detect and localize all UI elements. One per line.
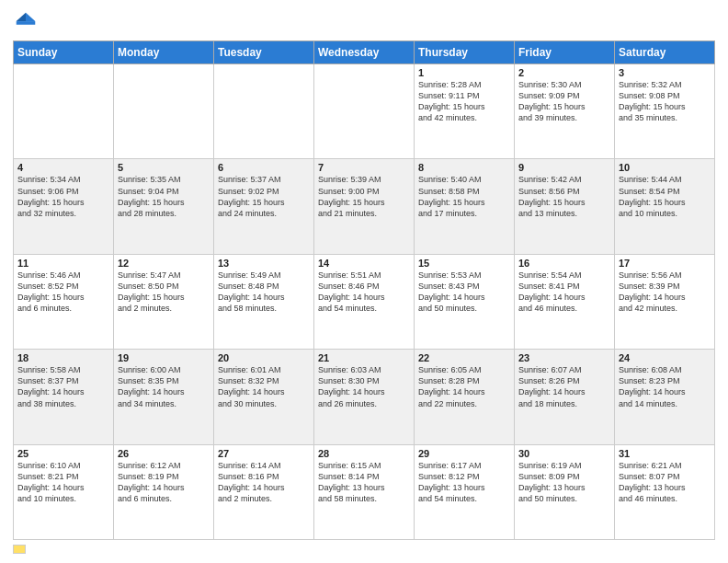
calendar-cell: 5Sunrise: 5:35 AM Sunset: 9:04 PM Daylig… (114, 159, 214, 254)
calendar-cell: 13Sunrise: 5:49 AM Sunset: 8:48 PM Dayli… (214, 254, 314, 349)
day-detail: Sunrise: 5:49 AM Sunset: 8:48 PM Dayligh… (218, 270, 310, 315)
calendar-cell: 9Sunrise: 5:42 AM Sunset: 8:56 PM Daylig… (515, 159, 615, 254)
day-detail: Sunrise: 5:51 AM Sunset: 8:46 PM Dayligh… (318, 270, 410, 315)
day-number: 8 (418, 162, 510, 173)
day-number: 11 (17, 258, 109, 269)
calendar-day-header: Wednesday (314, 41, 415, 64)
svg-marker-1 (17, 13, 26, 21)
day-number: 12 (118, 258, 210, 269)
day-detail: Sunrise: 6:07 AM Sunset: 8:26 PM Dayligh… (518, 364, 610, 409)
day-number: 24 (619, 352, 711, 363)
calendar-week-row: 18Sunrise: 5:58 AM Sunset: 8:37 PM Dayli… (14, 350, 715, 444)
svg-rect-2 (17, 21, 36, 25)
day-number: 25 (17, 448, 109, 459)
calendar-week-row: 1Sunrise: 5:28 AM Sunset: 9:11 PM Daylig… (14, 64, 715, 159)
calendar-header-row: SundayMondayTuesdayWednesdayThursdayFrid… (14, 41, 715, 64)
calendar-cell: 25Sunrise: 6:10 AM Sunset: 8:21 PM Dayli… (14, 444, 114, 539)
calendar-cell (14, 64, 114, 159)
calendar-cell: 19Sunrise: 6:00 AM Sunset: 8:35 PM Dayli… (114, 350, 214, 444)
day-detail: Sunrise: 6:19 AM Sunset: 8:09 PM Dayligh… (518, 460, 610, 505)
legend (13, 545, 715, 554)
day-number: 4 (17, 162, 109, 173)
day-detail: Sunrise: 6:12 AM Sunset: 8:19 PM Dayligh… (118, 460, 210, 505)
logo (13, 9, 40, 35)
day-detail: Sunrise: 5:54 AM Sunset: 8:41 PM Dayligh… (518, 270, 610, 315)
calendar-table: SundayMondayTuesdayWednesdayThursdayFrid… (13, 40, 715, 540)
day-detail: Sunrise: 6:10 AM Sunset: 8:21 PM Dayligh… (17, 460, 109, 505)
day-number: 27 (218, 448, 310, 459)
calendar-day-header: Tuesday (214, 41, 314, 64)
day-number: 30 (518, 448, 610, 459)
calendar-cell: 4Sunrise: 5:34 AM Sunset: 9:06 PM Daylig… (14, 159, 114, 254)
day-detail: Sunrise: 5:46 AM Sunset: 8:52 PM Dayligh… (17, 270, 109, 315)
calendar-week-row: 25Sunrise: 6:10 AM Sunset: 8:21 PM Dayli… (14, 444, 715, 539)
day-number: 1 (418, 67, 510, 78)
day-number: 20 (218, 352, 310, 363)
day-detail: Sunrise: 5:56 AM Sunset: 8:39 PM Dayligh… (619, 270, 711, 315)
calendar-cell: 7Sunrise: 5:39 AM Sunset: 9:00 PM Daylig… (314, 159, 415, 254)
calendar-cell: 20Sunrise: 6:01 AM Sunset: 8:32 PM Dayli… (214, 350, 314, 444)
calendar-cell: 14Sunrise: 5:51 AM Sunset: 8:46 PM Dayli… (314, 254, 415, 349)
day-detail: Sunrise: 5:35 AM Sunset: 9:04 PM Dayligh… (118, 174, 210, 219)
day-number: 6 (218, 162, 310, 173)
day-detail: Sunrise: 5:44 AM Sunset: 8:54 PM Dayligh… (619, 174, 711, 219)
day-detail: Sunrise: 5:32 AM Sunset: 9:08 PM Dayligh… (619, 79, 711, 124)
calendar-cell: 3Sunrise: 5:32 AM Sunset: 9:08 PM Daylig… (615, 64, 715, 159)
calendar-cell: 23Sunrise: 6:07 AM Sunset: 8:26 PM Dayli… (515, 350, 615, 444)
header (13, 9, 715, 35)
calendar-cell: 15Sunrise: 5:53 AM Sunset: 8:43 PM Dayli… (415, 254, 515, 349)
day-number: 9 (518, 162, 610, 173)
calendar-cell: 27Sunrise: 6:14 AM Sunset: 8:16 PM Dayli… (214, 444, 314, 539)
day-number: 7 (318, 162, 410, 173)
day-detail: Sunrise: 6:21 AM Sunset: 8:07 PM Dayligh… (619, 460, 711, 505)
calendar-cell: 10Sunrise: 5:44 AM Sunset: 8:54 PM Dayli… (615, 159, 715, 254)
page-container: SundayMondayTuesdayWednesdayThursdayFrid… (0, 0, 728, 563)
calendar-day-header: Sunday (14, 41, 114, 64)
legend-color-box (13, 545, 26, 554)
calendar-cell: 26Sunrise: 6:12 AM Sunset: 8:19 PM Dayli… (114, 444, 214, 539)
logo-icon (13, 9, 39, 35)
day-detail: Sunrise: 5:53 AM Sunset: 8:43 PM Dayligh… (418, 270, 510, 315)
day-number: 26 (118, 448, 210, 459)
day-number: 22 (418, 352, 510, 363)
calendar-cell: 30Sunrise: 6:19 AM Sunset: 8:09 PM Dayli… (515, 444, 615, 539)
day-detail: Sunrise: 6:05 AM Sunset: 8:28 PM Dayligh… (418, 364, 510, 409)
day-detail: Sunrise: 5:39 AM Sunset: 9:00 PM Dayligh… (318, 174, 410, 219)
day-number: 3 (619, 67, 711, 78)
day-number: 13 (218, 258, 310, 269)
calendar-cell: 31Sunrise: 6:21 AM Sunset: 8:07 PM Dayli… (615, 444, 715, 539)
day-number: 15 (418, 258, 510, 269)
day-detail: Sunrise: 5:42 AM Sunset: 8:56 PM Dayligh… (518, 174, 610, 219)
calendar-cell: 28Sunrise: 6:15 AM Sunset: 8:14 PM Dayli… (314, 444, 415, 539)
calendar-day-header: Monday (114, 41, 214, 64)
day-detail: Sunrise: 6:00 AM Sunset: 8:35 PM Dayligh… (118, 364, 210, 409)
svg-marker-0 (26, 13, 35, 21)
calendar-week-row: 4Sunrise: 5:34 AM Sunset: 9:06 PM Daylig… (14, 159, 715, 254)
calendar-cell: 24Sunrise: 6:08 AM Sunset: 8:23 PM Dayli… (615, 350, 715, 444)
day-number: 31 (619, 448, 711, 459)
day-number: 29 (418, 448, 510, 459)
day-number: 23 (518, 352, 610, 363)
day-number: 16 (518, 258, 610, 269)
calendar-week-row: 11Sunrise: 5:46 AM Sunset: 8:52 PM Dayli… (14, 254, 715, 349)
calendar-cell (114, 64, 214, 159)
calendar-cell: 12Sunrise: 5:47 AM Sunset: 8:50 PM Dayli… (114, 254, 214, 349)
day-detail: Sunrise: 5:47 AM Sunset: 8:50 PM Dayligh… (118, 270, 210, 315)
calendar-cell: 17Sunrise: 5:56 AM Sunset: 8:39 PM Dayli… (615, 254, 715, 349)
day-number: 10 (619, 162, 711, 173)
day-number: 21 (318, 352, 410, 363)
calendar-cell: 1Sunrise: 5:28 AM Sunset: 9:11 PM Daylig… (415, 64, 515, 159)
calendar-cell (214, 64, 314, 159)
day-detail: Sunrise: 6:08 AM Sunset: 8:23 PM Dayligh… (619, 364, 711, 409)
day-detail: Sunrise: 5:28 AM Sunset: 9:11 PM Dayligh… (418, 79, 510, 124)
calendar-cell: 16Sunrise: 5:54 AM Sunset: 8:41 PM Dayli… (515, 254, 615, 349)
day-detail: Sunrise: 5:34 AM Sunset: 9:06 PM Dayligh… (17, 174, 109, 219)
day-detail: Sunrise: 6:15 AM Sunset: 8:14 PM Dayligh… (318, 460, 410, 505)
day-detail: Sunrise: 5:58 AM Sunset: 8:37 PM Dayligh… (17, 364, 109, 409)
calendar-cell (314, 64, 415, 159)
day-number: 19 (118, 352, 210, 363)
day-detail: Sunrise: 6:17 AM Sunset: 8:12 PM Dayligh… (418, 460, 510, 505)
calendar-day-header: Friday (515, 41, 615, 64)
day-number: 5 (118, 162, 210, 173)
calendar-cell: 21Sunrise: 6:03 AM Sunset: 8:30 PM Dayli… (314, 350, 415, 444)
